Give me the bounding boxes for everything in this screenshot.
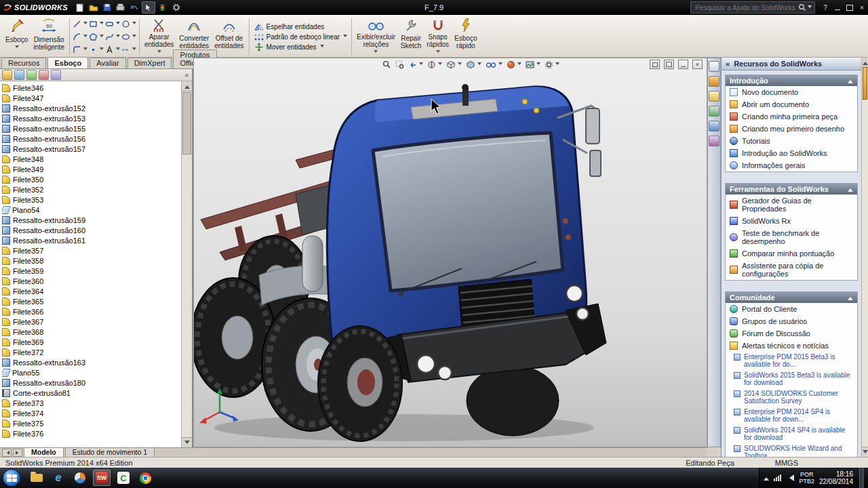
tree-item[interactable]: Filete360 [2,276,180,286]
task-pane-item[interactable]: Alertas técnicos e notícias [726,340,857,352]
tree-item[interactable]: Filete364 [2,286,180,296]
collapse-section-icon[interactable] [848,294,853,300]
tray-expand-icon[interactable] [764,474,769,481]
chrome-taskbar-icon[interactable] [136,470,154,486]
window-maximize-icon[interactable] [845,3,854,12]
task-pane-item[interactable]: Tutoriais [726,135,857,147]
section-view-icon[interactable] [426,60,443,69]
tab-scroll-right-icon[interactable] [13,449,22,457]
trim-entities-button[interactable]: Aparar entidades [142,16,176,57]
task-pane-item[interactable]: SolidWorks Rx [726,215,857,227]
help-search[interactable] [690,1,815,14]
media-player-taskbar-icon[interactable] [71,470,89,486]
move-entities-button[interactable]: Mover entidades [252,42,349,52]
window-minimize-icon[interactable] [833,3,842,12]
tree-item[interactable]: Filete358 [2,256,180,266]
tree-item[interactable]: Ressalto-extrusão156 [2,134,180,144]
repair-sketch-button[interactable]: Repair Sketch [398,16,425,57]
undo-icon[interactable] [128,2,140,13]
pane-scroll-up-icon[interactable] [862,58,868,68]
doc-maximize-icon[interactable] [664,60,674,69]
tree-item[interactable]: Filete349 [2,164,180,174]
sketch-fillet-tool-icon[interactable] [72,43,88,56]
save-icon[interactable] [101,2,113,13]
mirror-entities-button[interactable]: Espelhar entidades [252,22,349,32]
tree-item[interactable]: Filete374 [2,408,180,418]
tree-item[interactable]: Filete372 [2,347,180,357]
task-pane-home-icon[interactable] [709,61,719,72]
tree-item[interactable]: Filete369 [2,337,180,347]
section-header[interactable]: Introdução [726,75,857,86]
network-icon[interactable] [774,474,781,481]
keyboard-layout-indicator[interactable]: PORPTB2 [799,471,814,485]
start-button[interactable] [3,469,20,487]
task-pane-item[interactable]: Criando minha primeira peça [726,110,857,123]
search-dropdown-icon[interactable] [808,5,812,10]
panel-overflow-chevrons[interactable]: » [184,71,190,79]
tree-item[interactable]: Filete352 [2,184,180,195]
tree-item[interactable]: Filete359 [2,266,180,276]
tree-item[interactable]: Ressalto-extrusão163 [2,357,180,367]
units-label[interactable]: MMGS [775,459,798,467]
news-link[interactable]: SOLIDWORKS Hole Wizard and Toolbox... [726,443,857,457]
arc-tool-icon[interactable] [72,30,88,43]
previous-view-icon[interactable] [407,60,425,69]
pane-scrollbar[interactable] [861,58,868,457]
tree-scrollbar[interactable] [181,81,192,447]
task-pane-item[interactable]: Fórum de Discussão [726,327,857,340]
view-palette-icon[interactable] [709,106,719,117]
tree-item[interactable]: Filete357 [2,245,180,256]
collapse-section-icon[interactable] [848,186,853,192]
tab-dimxpert[interactable]: DimXpert [127,58,172,68]
tree-item[interactable]: Filete375 [2,418,180,428]
dimxpert-manager-icon[interactable] [39,70,49,80]
centerline-tool-icon[interactable] [121,43,137,56]
print-icon[interactable] [115,2,127,13]
task-pane-item[interactable]: Introdução ao SolidWorks [726,147,857,159]
tree-item[interactable]: Filete367 [2,317,180,327]
tab-estudo-movimento[interactable]: Estudo de movimento 1 [65,448,155,458]
tree-item[interactable]: Ressalto-extrusão152 [2,103,180,113]
offset-entities-button[interactable]: Offset de entidades [212,16,246,57]
linear-sketch-pattern-button[interactable]: Padrão de esboço linear [252,32,349,42]
task-pane-item[interactable]: Teste de benchmark de desempenho [726,227,857,247]
view-settings-icon[interactable] [543,60,561,69]
rectangle-tool-icon[interactable] [88,18,104,30]
sketch-button[interactable]: Esboço [3,16,31,57]
task-pane-item[interactable]: Criando meu primeiro desenho [726,123,857,135]
tree-item[interactable]: Filete350 [2,174,180,184]
task-pane-item[interactable]: Gerador de Guias de Propriedades [726,195,857,215]
explorer-taskbar-icon[interactable] [28,470,45,486]
tree-item[interactable]: Ressalto-extrusão160 [2,225,180,235]
search-icon[interactable] [798,3,806,12]
help-icon[interactable]: ? [821,3,830,12]
tab-esboco[interactable]: Esboço [47,57,88,68]
news-link[interactable]: SolidWorks 2014 SP4 is available for dow… [726,425,857,443]
section-header[interactable]: Ferramentas do SolidWorks [726,184,857,195]
new-document-icon[interactable] [74,2,86,13]
tree-item[interactable]: Filete346 [2,83,180,93]
task-pane-item[interactable]: Novo documento [726,86,857,98]
search-input[interactable] [694,3,798,12]
point-tool-icon[interactable] [88,43,104,56]
clock[interactable]: 18:1622/08/2014 [819,470,854,485]
tree-item[interactable]: Ressalto-extrusão155 [2,123,180,134]
design-library-icon[interactable] [709,76,719,87]
doc-close-icon[interactable]: × [692,60,703,69]
task-pane-item[interactable]: Informações gerais [726,159,857,171]
rapid-sketch-button[interactable]: Esboço rápido [452,16,479,57]
pane-collapse-icon[interactable]: « [726,60,730,68]
circle-tool-icon[interactable] [121,18,137,30]
collapse-section-icon[interactable] [848,77,853,83]
task-pane-item[interactable]: Grupos de usuários [726,315,857,327]
file-explorer-icon[interactable] [709,91,719,102]
task-pane-item[interactable]: Portal do Cliente [726,303,857,315]
tree-item[interactable]: Filete376 [2,428,180,439]
pane-scrollbar-thumb[interactable] [863,67,867,100]
tree-item[interactable]: Corte-extrusão81 [2,388,180,398]
internet-explorer-taskbar-icon[interactable]: e [50,470,67,486]
zoom-fit-icon[interactable] [381,60,393,69]
polygon-tool-icon[interactable] [88,30,104,43]
featuremanager-tree-icon[interactable] [2,70,12,80]
custom-properties-icon[interactable] [709,136,719,146]
